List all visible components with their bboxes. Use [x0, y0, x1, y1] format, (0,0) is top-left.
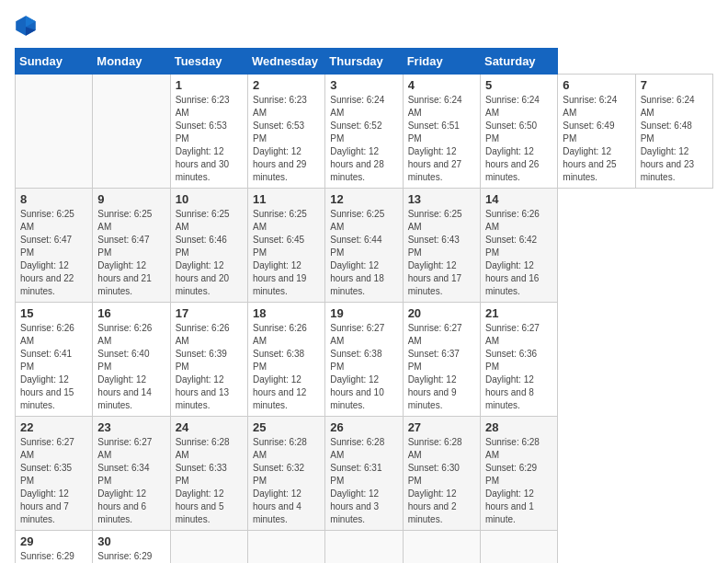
day-detail: Sunrise: 6:25 AMSunset: 6:44 PMDaylight:… — [330, 208, 397, 298]
day-number: 25 — [253, 420, 320, 434]
calendar-cell: 16Sunrise: 6:26 AMSunset: 6:40 PMDayligh… — [93, 303, 170, 417]
weekday-header-saturday: Saturday — [480, 49, 557, 75]
calendar-cell — [480, 531, 557, 564]
day-number: 18 — [253, 306, 320, 320]
header — [15, 15, 713, 37]
day-detail: Sunrise: 6:27 AMSunset: 6:36 PMDaylight:… — [485, 322, 552, 412]
day-detail: Sunrise: 6:26 AMSunset: 6:41 PMDaylight:… — [20, 322, 87, 412]
day-detail: Sunrise: 6:25 AMSunset: 6:43 PMDaylight:… — [408, 208, 475, 298]
day-detail: Sunrise: 6:29 AMSunset: 6:28 PMDaylight:… — [97, 550, 165, 563]
day-number: 12 — [330, 192, 397, 206]
weekday-header-tuesday: Tuesday — [170, 49, 247, 75]
calendar-cell: 5Sunrise: 6:24 AMSunset: 6:50 PMDaylight… — [480, 75, 557, 189]
day-number: 9 — [97, 192, 165, 206]
weekday-header-thursday: Thursday — [325, 49, 403, 75]
day-number: 8 — [20, 192, 87, 206]
calendar-cell: 4Sunrise: 6:24 AMSunset: 6:51 PMDaylight… — [403, 75, 480, 189]
calendar-cell: 18Sunrise: 6:26 AMSunset: 6:38 PMDayligh… — [247, 303, 324, 417]
calendar-cell: 15Sunrise: 6:26 AMSunset: 6:41 PMDayligh… — [16, 303, 93, 417]
day-detail: Sunrise: 6:23 AMSunset: 6:53 PMDaylight:… — [176, 94, 243, 184]
logo — [15, 15, 40, 37]
day-detail: Sunrise: 6:28 AMSunset: 6:33 PMDaylight:… — [176, 436, 243, 526]
day-detail: Sunrise: 6:25 AMSunset: 6:45 PMDaylight:… — [253, 208, 320, 298]
day-number: 22 — [20, 420, 87, 434]
day-detail: Sunrise: 6:28 AMSunset: 6:29 PMDaylight:… — [485, 436, 552, 526]
calendar-header: SundayMondayTuesdayWednesdayThursdayFrid… — [16, 49, 713, 75]
calendar-cell: 30Sunrise: 6:29 AMSunset: 6:28 PMDayligh… — [93, 531, 170, 564]
calendar-cell: 10Sunrise: 6:25 AMSunset: 6:46 PMDayligh… — [170, 189, 247, 303]
day-detail: Sunrise: 6:28 AMSunset: 6:30 PMDaylight:… — [408, 436, 475, 526]
calendar-cell: 25Sunrise: 6:28 AMSunset: 6:32 PMDayligh… — [247, 417, 324, 531]
calendar-cell: 6Sunrise: 6:24 AMSunset: 6:49 PMDaylight… — [558, 75, 635, 189]
calendar-cell: 3Sunrise: 6:24 AMSunset: 6:52 PMDaylight… — [325, 75, 403, 189]
day-detail: Sunrise: 6:27 AMSunset: 6:35 PMDaylight:… — [20, 436, 87, 526]
day-number: 11 — [253, 192, 320, 206]
calendar-cell: 8Sunrise: 6:25 AMSunset: 6:47 PMDaylight… — [16, 189, 93, 303]
calendar-cell: 27Sunrise: 6:28 AMSunset: 6:30 PMDayligh… — [403, 417, 480, 531]
day-detail: Sunrise: 6:24 AMSunset: 6:51 PMDaylight:… — [408, 94, 475, 184]
calendar-cell: 20Sunrise: 6:27 AMSunset: 6:37 PMDayligh… — [403, 303, 480, 417]
calendar-cell — [170, 531, 247, 564]
calendar-cell: 21Sunrise: 6:27 AMSunset: 6:36 PMDayligh… — [480, 303, 557, 417]
day-detail: Sunrise: 6:24 AMSunset: 6:48 PMDaylight:… — [641, 94, 708, 184]
day-number: 16 — [97, 306, 165, 320]
week-row: 22Sunrise: 6:27 AMSunset: 6:35 PMDayligh… — [16, 417, 713, 531]
day-detail: Sunrise: 6:26 AMSunset: 6:39 PMDaylight:… — [176, 322, 243, 412]
day-detail: Sunrise: 6:25 AMSunset: 6:46 PMDaylight:… — [176, 208, 243, 298]
calendar-cell: 14Sunrise: 6:26 AMSunset: 6:42 PMDayligh… — [480, 189, 557, 303]
day-detail: Sunrise: 6:24 AMSunset: 6:52 PMDaylight:… — [330, 94, 397, 184]
day-number: 28 — [485, 420, 552, 434]
day-number: 29 — [20, 534, 87, 548]
day-number: 2 — [253, 78, 320, 92]
day-number: 23 — [97, 420, 165, 434]
day-number: 14 — [485, 192, 552, 206]
day-detail: Sunrise: 6:26 AMSunset: 6:42 PMDaylight:… — [485, 208, 552, 298]
week-row: 15Sunrise: 6:26 AMSunset: 6:41 PMDayligh… — [16, 303, 713, 417]
weekday-row: SundayMondayTuesdayWednesdayThursdayFrid… — [16, 49, 713, 75]
day-number: 7 — [641, 78, 708, 92]
day-detail: Sunrise: 6:28 AMSunset: 6:32 PMDaylight:… — [253, 436, 320, 526]
calendar-cell: 1Sunrise: 6:23 AMSunset: 6:53 PMDaylight… — [170, 75, 247, 189]
day-detail: Sunrise: 6:23 AMSunset: 6:53 PMDaylight:… — [253, 94, 320, 184]
day-number: 13 — [408, 192, 475, 206]
day-detail: Sunrise: 6:27 AMSunset: 6:37 PMDaylight:… — [408, 322, 475, 412]
day-number: 10 — [176, 192, 243, 206]
day-number: 27 — [408, 420, 475, 434]
calendar-cell: 29Sunrise: 6:29 AMSunset: 6:29 PMDayligh… — [16, 531, 93, 564]
calendar-cell — [247, 531, 324, 564]
calendar-cell: 2Sunrise: 6:23 AMSunset: 6:53 PMDaylight… — [247, 75, 324, 189]
week-row: 1Sunrise: 6:23 AMSunset: 6:53 PMDaylight… — [16, 75, 713, 189]
calendar-table: SundayMondayTuesdayWednesdayThursdayFrid… — [15, 48, 713, 563]
calendar-cell: 11Sunrise: 6:25 AMSunset: 6:45 PMDayligh… — [247, 189, 324, 303]
calendar-cell — [16, 75, 93, 189]
calendar-cell: 24Sunrise: 6:28 AMSunset: 6:33 PMDayligh… — [170, 417, 247, 531]
calendar-cell: 22Sunrise: 6:27 AMSunset: 6:35 PMDayligh… — [16, 417, 93, 531]
day-number: 1 — [176, 78, 243, 92]
day-detail: Sunrise: 6:28 AMSunset: 6:31 PMDaylight:… — [330, 436, 397, 526]
day-number: 17 — [176, 306, 243, 320]
day-number: 26 — [330, 420, 397, 434]
calendar-cell: 9Sunrise: 6:25 AMSunset: 6:47 PMDaylight… — [93, 189, 170, 303]
day-detail: Sunrise: 6:25 AMSunset: 6:47 PMDaylight:… — [97, 208, 165, 298]
calendar-body: 1Sunrise: 6:23 AMSunset: 6:53 PMDaylight… — [16, 75, 713, 564]
logo-icon — [15, 15, 37, 37]
calendar-cell: 19Sunrise: 6:27 AMSunset: 6:38 PMDayligh… — [325, 303, 403, 417]
weekday-header-monday: Monday — [93, 49, 170, 75]
day-number: 24 — [176, 420, 243, 434]
calendar-cell: 26Sunrise: 6:28 AMSunset: 6:31 PMDayligh… — [325, 417, 403, 531]
calendar-cell: 17Sunrise: 6:26 AMSunset: 6:39 PMDayligh… — [170, 303, 247, 417]
day-number: 3 — [330, 78, 397, 92]
weekday-header-friday: Friday — [403, 49, 480, 75]
day-number: 5 — [485, 78, 552, 92]
calendar-cell: 13Sunrise: 6:25 AMSunset: 6:43 PMDayligh… — [403, 189, 480, 303]
day-number: 20 — [408, 306, 475, 320]
day-detail: Sunrise: 6:24 AMSunset: 6:50 PMDaylight:… — [485, 94, 552, 184]
day-detail: Sunrise: 6:27 AMSunset: 6:38 PMDaylight:… — [330, 322, 397, 412]
week-row: 8Sunrise: 6:25 AMSunset: 6:47 PMDaylight… — [16, 189, 713, 303]
day-number: 4 — [408, 78, 475, 92]
day-detail: Sunrise: 6:27 AMSunset: 6:34 PMDaylight:… — [97, 436, 165, 526]
day-number: 19 — [330, 306, 397, 320]
calendar-cell: 28Sunrise: 6:28 AMSunset: 6:29 PMDayligh… — [480, 417, 557, 531]
week-row: 29Sunrise: 6:29 AMSunset: 6:29 PMDayligh… — [16, 531, 713, 564]
day-number: 15 — [20, 306, 87, 320]
